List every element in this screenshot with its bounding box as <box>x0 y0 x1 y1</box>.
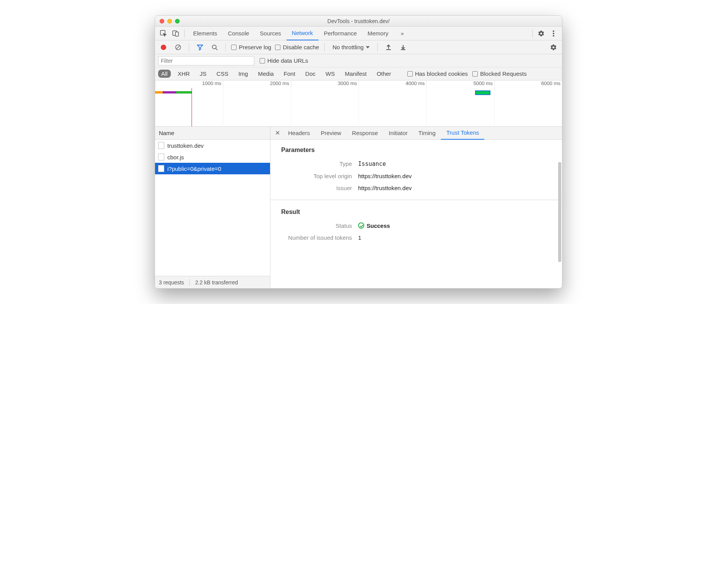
blocked-requests-label: Blocked Requests <box>480 70 527 77</box>
svg-rect-9 <box>401 49 405 50</box>
param-value: https://trusttoken.dev <box>358 185 551 191</box>
network-settings-gear-icon[interactable] <box>548 42 559 53</box>
main-tabs: ElementsConsoleSourcesNetworkPerformance… <box>155 27 562 40</box>
has-blocked-cookies-checkbox[interactable]: Has blocked cookies <box>407 70 468 77</box>
timeline-segment <box>155 91 163 94</box>
detail-tab-initiator[interactable]: Initiator <box>384 127 413 140</box>
blocked-requests-checkbox[interactable]: Blocked Requests <box>472 70 527 77</box>
titlebar: DevTools - trusttoken.dev/ <box>155 16 562 27</box>
transferred-size: 2.2 kB transferred <box>195 279 238 286</box>
timeline-marker <box>475 90 490 95</box>
timeline-tick: 5000 ms <box>426 80 494 88</box>
type-chip-ws[interactable]: WS <box>322 70 338 78</box>
chevron-down-icon <box>366 46 370 48</box>
param-row: Issuerhttps://trusttoken.dev <box>281 185 551 191</box>
detail-tab-preview[interactable]: Preview <box>315 127 347 140</box>
status-value: Success <box>358 222 551 229</box>
svg-rect-2 <box>175 32 178 36</box>
request-name: i?public=0&private=0 <box>167 165 221 172</box>
hide-data-urls-checkbox[interactable]: Hide data URLs <box>260 57 308 64</box>
preserve-log-label: Preserve log <box>239 44 271 50</box>
timeline-playhead <box>192 88 192 127</box>
detail-tab-trust-tokens[interactable]: Trust Tokens <box>441 127 484 140</box>
divider <box>189 279 190 286</box>
request-list-pane: Name trusttoken.devcbor.jsi?public=0&pri… <box>155 127 270 288</box>
success-check-icon <box>358 222 364 229</box>
settings-gear-icon[interactable] <box>536 28 547 39</box>
timeline-tick: 3000 ms <box>291 80 358 88</box>
divider <box>189 43 189 52</box>
record-button[interactable] <box>158 42 169 53</box>
preserve-log-checkbox[interactable]: Preserve log <box>231 44 271 50</box>
tab-elements[interactable]: Elements <box>188 27 223 40</box>
device-toolbar-icon[interactable] <box>170 28 181 39</box>
type-chip-xhr[interactable]: XHR <box>175 70 193 78</box>
trust-tokens-panel: Parameters TypeIssuanceTop level originh… <box>270 140 562 288</box>
request-detail-pane: ✕ HeadersPreviewResponseInitiatorTimingT… <box>270 127 562 288</box>
type-chip-font[interactable]: Font <box>281 70 298 78</box>
divider <box>532 29 533 38</box>
request-item[interactable]: cbor.js <box>155 151 270 163</box>
section-divider <box>270 200 562 200</box>
timeline-tick: 1000 ms <box>155 80 223 88</box>
throttling-select[interactable]: No throttling <box>330 44 372 50</box>
disable-cache-label: Disable cache <box>283 44 319 50</box>
tab-console[interactable]: Console <box>223 27 255 40</box>
filter-input[interactable] <box>158 56 254 65</box>
param-key: Issuer <box>281 185 358 191</box>
inspect-element-icon[interactable] <box>158 28 169 39</box>
timeline-segment <box>163 91 176 94</box>
tab-sources[interactable]: Sources <box>255 27 287 40</box>
clear-icon[interactable] <box>173 42 183 53</box>
devtools-window: DevTools - trusttoken.dev/ ElementsConso… <box>155 15 562 289</box>
document-icon <box>158 165 164 172</box>
tab-performance[interactable]: Performance <box>318 27 362 40</box>
detail-tab-response[interactable]: Response <box>347 127 384 140</box>
timeline-tick: 2000 ms <box>223 80 290 88</box>
divider <box>225 43 226 52</box>
network-timeline[interactable]: 1000 ms2000 ms3000 ms4000 ms5000 ms6000 … <box>155 80 562 127</box>
throttling-label: No throttling <box>332 44 364 50</box>
tokens-row: Number of issued tokens 1 <box>281 234 551 241</box>
request-list-header: Name <box>155 127 270 140</box>
hide-data-urls-label: Hide data URLs <box>267 57 308 64</box>
type-chip-media[interactable]: Media <box>255 70 277 78</box>
request-name: trusttoken.dev <box>167 142 203 149</box>
close-detail-button[interactable]: ✕ <box>272 129 283 137</box>
timeline-tick: 6000 ms <box>494 80 562 88</box>
more-menu-icon[interactable] <box>548 28 559 39</box>
param-value: https://trusttoken.dev <box>358 173 551 179</box>
type-chip-css[interactable]: CSS <box>213 70 232 78</box>
timeline-segment <box>176 91 192 94</box>
tokens-value: 1 <box>358 234 551 241</box>
type-chip-other[interactable]: Other <box>374 70 394 78</box>
has-blocked-cookies-label: Has blocked cookies <box>415 70 468 77</box>
timeline-tick: 4000 ms <box>358 80 426 88</box>
upload-har-icon[interactable] <box>383 42 394 53</box>
resource-type-filters: AllXHRJSCSSImgMediaFontDocWSManifestOthe… <box>155 67 562 80</box>
type-chip-all[interactable]: All <box>158 70 171 78</box>
document-icon <box>158 154 164 160</box>
request-name: cbor.js <box>167 154 184 160</box>
divider <box>377 43 378 52</box>
type-chip-img[interactable]: Img <box>235 70 251 78</box>
disable-cache-checkbox[interactable]: Disable cache <box>275 44 319 50</box>
request-item[interactable]: i?public=0&private=0 <box>155 163 270 174</box>
type-chip-doc[interactable]: Doc <box>302 70 319 78</box>
tab-memory[interactable]: Memory <box>362 27 394 40</box>
type-chip-js[interactable]: JS <box>197 70 210 78</box>
search-icon[interactable] <box>209 42 220 53</box>
param-row: TypeIssuance <box>281 160 551 167</box>
divider <box>184 29 185 38</box>
overflow-tabs-button[interactable]: » <box>395 27 409 40</box>
type-chip-manifest[interactable]: Manifest <box>342 70 370 78</box>
scrollbar[interactable] <box>558 162 561 262</box>
status-key: Status <box>281 222 358 229</box>
detail-tab-headers[interactable]: Headers <box>283 127 315 140</box>
download-har-icon[interactable] <box>398 42 409 53</box>
detail-tab-timing[interactable]: Timing <box>413 127 441 140</box>
tab-network[interactable]: Network <box>287 27 318 40</box>
request-item[interactable]: trusttoken.dev <box>155 140 270 151</box>
filter-funnel-icon[interactable] <box>195 42 205 53</box>
filter-row: Hide data URLs <box>155 54 562 67</box>
